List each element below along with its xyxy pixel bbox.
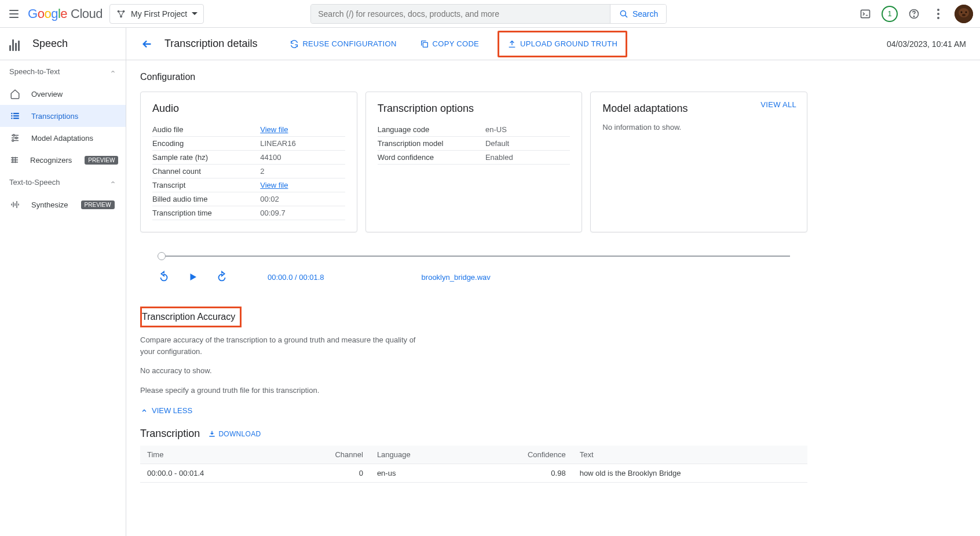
kv-key: Transcription time [152,209,260,217]
sidebar-item-transcriptions[interactable]: Transcriptions [0,105,126,127]
kv-value[interactable]: View file [260,125,345,134]
searchbar: Search [310,4,667,24]
sidebar-item-label: Transcriptions [31,112,78,121]
svg-rect-14 [13,113,19,114]
kv-key: Sample rate (hz) [152,153,260,162]
view-less-button[interactable]: VIEW LESS [140,406,807,415]
grid-icon [9,154,20,166]
table-header: Time [140,446,284,464]
more-icon[interactable] [930,6,946,22]
player-time: 00:00.0 / 00:01.8 [268,273,324,282]
sidebar-item-label: Overview [31,90,63,99]
no-accuracy-text: No accuracy to show. [140,365,430,377]
empty-state-text: No information to show. [602,123,795,132]
view-file-link[interactable]: View file [260,181,288,189]
kv-key: Transcript [152,181,260,189]
svg-point-22 [13,134,14,136]
options-card: Transcription options Language codeen-US… [365,92,583,232]
back-arrow-icon[interactable] [140,37,154,51]
kv-value: 00:09.7 [260,209,345,217]
kv-value: Default [485,139,570,148]
svg-rect-17 [11,118,12,119]
svg-point-3 [620,10,626,16]
sidebar-item-model-adaptations[interactable]: Model Adaptations [0,127,126,149]
table-header: Confidence [467,446,573,464]
forward-icon[interactable] [215,271,228,283]
transcription-table: TimeChannelLanguageConfidenceText 00:00.… [140,446,807,483]
kv-value: LINEAR16 [260,139,345,148]
sidebar-item-overview[interactable]: Overview [0,83,126,105]
svg-rect-18 [13,118,19,119]
sidebar-item-label: Recognizers [30,156,72,165]
svg-point-11 [966,11,967,13]
kv-row: TranscriptView file [152,178,345,192]
kv-row: Word confidenceEnabled [378,151,571,165]
kv-key: Billed audio time [152,195,260,203]
table-cell: en-us [370,464,467,483]
timestamp: 04/03/2023, 10:41 AM [887,39,966,49]
nav-section-text-to-speech[interactable]: Text-to-Speech [0,171,126,194]
reuse-configuration-button[interactable]: REUSE CONFIGURATION [285,36,401,52]
configuration-title: Configuration [140,72,807,82]
speech-logo-icon [9,37,23,51]
table-header: Channel [284,446,370,464]
search-input[interactable] [311,5,610,23]
kv-value: en-US [485,125,570,134]
slider-thumb[interactable] [158,252,166,260]
kv-key: Transcription model [378,139,485,148]
kv-key: Encoding [152,139,260,148]
copy-code-button[interactable]: COPY CODE [415,36,484,52]
table-cell: 0.98 [467,464,573,483]
card-title: Audio [152,103,345,115]
kv-key: Channel count [152,167,260,176]
nav-section-speech-to-text[interactable]: Speech-to-Text [0,60,126,83]
preview-chip: PREVIEW [85,156,118,165]
kv-row: EncodingLINEAR16 [152,137,345,151]
table-header: Text [573,446,807,464]
card-title: Transcription options [378,103,571,115]
notifications-badge[interactable]: 1 [882,6,898,22]
kv-key: Language code [378,125,485,134]
svg-point-10 [961,11,963,13]
upload-ground-truth-button[interactable]: UPLOAD GROUND TRUTH [498,31,627,57]
avatar[interactable] [955,5,973,23]
preview-chip: PREVIEW [81,200,115,209]
svg-point-23 [16,137,17,139]
transcription-title: Transcription [140,428,200,440]
table-cell: 00:00.0 - 00:01.4 [140,464,284,483]
sidebar-item-label: Model Adaptations [31,134,93,143]
project-picker[interactable]: My First Project [109,4,204,24]
audio-slider[interactable] [161,256,790,257]
menu-icon[interactable] [7,7,21,21]
svg-rect-35 [423,42,427,47]
kv-value[interactable]: View file [260,181,345,189]
sidebar-item-recognizers[interactable]: Recognizers PREVIEW [0,149,126,171]
view-all-link[interactable]: VIEW ALL [760,100,796,109]
rewind-icon[interactable] [158,271,170,283]
search-button[interactable]: Search [610,5,666,23]
kv-value: 00:02 [260,195,345,203]
play-icon[interactable] [187,271,199,283]
caret-down-icon [192,12,198,15]
kv-row: Billed audio time00:02 [152,192,345,206]
download-button[interactable]: DOWNLOAD [208,430,261,438]
cloud-shell-icon[interactable] [857,6,873,22]
svg-rect-13 [11,113,12,114]
table-cell: 0 [284,464,370,483]
accuracy-title: Transcription Accuracy [140,307,242,327]
kv-row: Language codeen-US [378,123,571,137]
kv-value: Enabled [485,153,570,162]
logo[interactable]: Google Cloud [28,6,103,21]
table-header: Language [370,446,467,464]
kv-row: Sample rate (hz)44100 [152,151,345,165]
kv-value: 2 [260,167,345,176]
view-file-link[interactable]: View file [260,125,288,134]
table-row: 00:00.0 - 00:01.40en-us0.98how old is th… [140,464,807,483]
help-icon[interactable] [906,6,922,22]
accuracy-description: Compare accuracy of the transcription to… [140,334,430,357]
kv-key: Word confidence [378,153,485,162]
kv-row: Audio fileView file [152,123,345,137]
sidebar-item-synthesize[interactable]: Synthesize PREVIEW [0,194,126,216]
waveform-icon [9,199,21,210]
page-title: Transcription details [164,38,257,50]
